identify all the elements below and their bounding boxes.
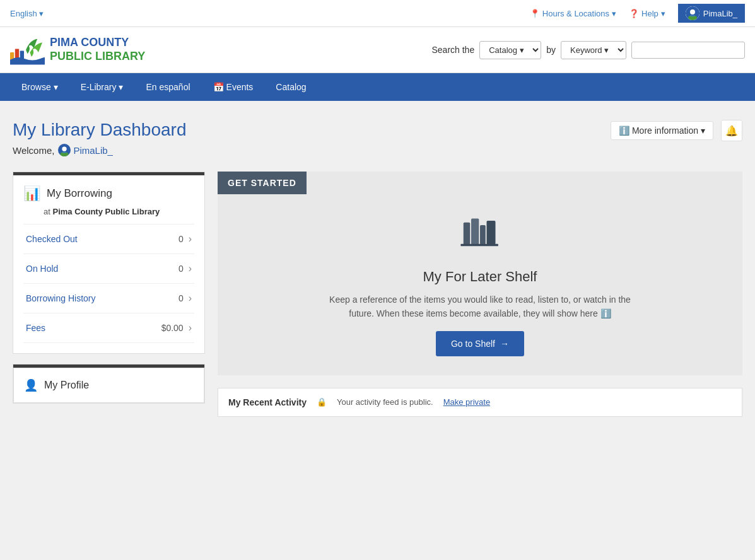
site-header: PIMA COUNTY PUBLIC LIBRARY Search the Ca…: [0, 27, 755, 73]
borrowing-history-label: Borrowing History: [26, 293, 95, 303]
nav-events[interactable]: 📅 Events: [202, 73, 265, 101]
get-started-header: GET STARTED: [218, 172, 307, 194]
go-shelf-arrow: →: [500, 339, 509, 349]
fees-count: $0.00: [161, 323, 184, 333]
welcome-text: Welcome, PimaLib_: [13, 144, 186, 156]
welcome-prefix: Welcome,: [13, 145, 54, 156]
shelf-title: My For Later Shelf: [230, 269, 730, 285]
at-label: at: [44, 207, 50, 216]
help-link[interactable]: ❓ Help ▾: [629, 9, 665, 18]
profile-card: 👤 My Profile: [13, 364, 205, 404]
borrowing-section-label: My Borrowing: [47, 187, 112, 200]
borrowing-library-name: Pima County Public Library: [52, 207, 160, 216]
activity-privacy-prefix: Your activity feed is public.: [337, 397, 433, 407]
user-display-name: PimaLib_: [703, 9, 737, 18]
get-started-label: GET STARTED: [228, 178, 296, 188]
nav-espanol[interactable]: En español: [134, 73, 201, 101]
person-icon: 👤: [24, 378, 38, 392]
svg-rect-11: [480, 225, 486, 245]
profile-label: My Profile: [44, 380, 89, 391]
help-dropdown-icon: ▾: [661, 9, 665, 18]
nav-elibrary-label: E-Library: [81, 82, 117, 92]
on-hold-chevron: ›: [189, 263, 192, 274]
help-icon: ❓: [629, 9, 639, 18]
welcome-user-display: PimaLib_: [73, 145, 113, 156]
dashboard-title: My Library Dashboard: [13, 120, 186, 140]
checked-out-label: Checked Out: [26, 234, 78, 244]
borrowing-history-count: 0: [179, 293, 184, 303]
language-label: English: [10, 9, 37, 18]
nav-browse-label: Browse: [21, 82, 51, 92]
nav-browse[interactable]: Browse ▾: [10, 73, 69, 101]
top-bar-right: 📍 Hours & Locations ▾ ❓ Help ▾ PimaLib_: [530, 4, 745, 23]
fees-right: $0.00 ›: [161, 322, 192, 334]
books-svg: [458, 213, 502, 251]
get-started-body: My For Later Shelf Keep a reference of t…: [218, 194, 742, 375]
on-hold-label: On Hold: [26, 264, 58, 274]
barcode-icon: 📊: [23, 185, 40, 202]
borrowing-history-item[interactable]: Borrowing History 0 ›: [23, 284, 194, 313]
checked-out-item[interactable]: Checked Out 0 ›: [23, 225, 194, 254]
svg-rect-9: [464, 223, 471, 245]
nav-espanol-label: En español: [146, 82, 190, 92]
shelf-info-icon: ℹ️: [600, 308, 611, 318]
nav-catalog-label: Catalog: [276, 82, 306, 92]
borrowing-title-row: 📊 My Borrowing: [23, 185, 194, 202]
go-shelf-label: Go to Shelf: [451, 339, 495, 349]
search-label: Search the: [431, 45, 474, 55]
search-input[interactable]: [631, 42, 745, 59]
fees-chevron: ›: [189, 322, 192, 334]
location-icon: 📍: [530, 9, 540, 18]
fees-label: Fees: [26, 323, 45, 333]
borrowing-history-chevron: ›: [189, 293, 192, 304]
borrowing-menu: Checked Out 0 › On Hold 0 ›: [23, 224, 194, 343]
checked-out-right: 0 ›: [179, 233, 192, 245]
notification-button[interactable]: 🔔: [721, 120, 742, 141]
browse-dropdown-icon: ▾: [54, 82, 58, 92]
nav-elibrary[interactable]: E-Library ▾: [69, 73, 135, 101]
help-label: Help: [641, 9, 658, 18]
welcome-username: PimaLib_: [58, 144, 113, 156]
nav-catalog[interactable]: Catalog: [264, 73, 317, 101]
hours-locations-link[interactable]: 📍 Hours & Locations ▾: [530, 9, 616, 18]
logo-line1: PIMA COUNTY: [50, 36, 145, 50]
svg-point-1: [690, 9, 695, 15]
get-started-panel: GET STARTED My For: [218, 172, 742, 375]
recent-activity-title: My Recent Activity: [228, 397, 307, 407]
fees-item[interactable]: Fees $0.00 ›: [23, 313, 194, 343]
dashboard-header: My Library Dashboard Welcome, PimaLib_ ℹ…: [13, 120, 742, 156]
elibrary-dropdown-icon: ▾: [119, 82, 123, 92]
user-menu[interactable]: PimaLib_: [678, 4, 745, 23]
make-private-link[interactable]: Make private: [443, 397, 490, 407]
info-icon: ℹ️: [619, 125, 629, 136]
dashboard-title-section: My Library Dashboard Welcome, PimaLib_: [13, 120, 186, 156]
on-hold-item[interactable]: On Hold 0 ›: [23, 254, 194, 284]
catalog-select[interactable]: Catalog ▾: [479, 41, 541, 59]
checked-out-count: 0: [179, 234, 184, 244]
language-dropdown-icon: ▾: [39, 9, 44, 18]
go-to-shelf-button[interactable]: Go to Shelf →: [436, 331, 524, 356]
svg-rect-13: [460, 244, 498, 247]
search-bar: Search the Catalog ▾ by Keyword ▾: [431, 41, 745, 59]
avatar-icon: [686, 6, 699, 20]
books-icon: [230, 213, 730, 259]
by-label: by: [546, 45, 556, 55]
borrowing-history-right: 0 ›: [179, 293, 192, 304]
profile-card-body[interactable]: 👤 My Profile: [13, 368, 204, 403]
logo-text: PIMA COUNTY PUBLIC LIBRARY: [50, 36, 145, 63]
checked-out-chevron: ›: [189, 233, 192, 245]
on-hold-count: 0: [179, 264, 184, 274]
language-selector[interactable]: English ▾: [10, 9, 44, 18]
right-content: GET STARTED My For: [218, 172, 742, 417]
svg-rect-10: [471, 219, 479, 245]
recent-activity-bar: My Recent Activity 🔒 Your activity feed …: [218, 388, 742, 417]
dashboard-actions: ℹ️ More information ▾ 🔔: [611, 120, 742, 141]
logo-graphic: [10, 35, 45, 65]
logo[interactable]: PIMA COUNTY PUBLIC LIBRARY: [10, 35, 145, 65]
borrowing-library-sub: at Pima County Public Library: [44, 207, 194, 216]
more-info-button[interactable]: ℹ️ More information ▾: [611, 121, 713, 140]
main-nav: Browse ▾ E-Library ▾ En español 📅 Events…: [0, 73, 755, 101]
keyword-select[interactable]: Keyword ▾: [561, 41, 626, 59]
calendar-icon: 📅: [213, 82, 224, 92]
borrowing-card-body: 📊 My Borrowing at Pima County Public Lib…: [13, 175, 204, 353]
